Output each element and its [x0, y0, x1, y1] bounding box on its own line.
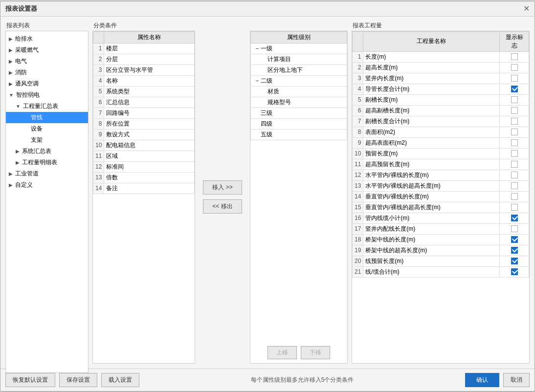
qty-checkbox-cell[interactable] [500, 127, 529, 137]
attr-row[interactable]: 1 楼层 [93, 43, 195, 54]
qty-checkbox-cell[interactable] [500, 84, 529, 94]
tree-item-gx[interactable]: 管线 [6, 112, 88, 123]
attr-row[interactable]: 2 分层 [93, 54, 195, 65]
qty-checkbox-cell[interactable] [500, 234, 529, 245]
qty-checkbox[interactable] [511, 75, 518, 82]
attr-row[interactable]: 5 系统类型 [93, 86, 195, 97]
move-out-button[interactable]: << 移出 [203, 199, 242, 214]
grade-row[interactable]: 四级 [251, 118, 347, 129]
attr-row[interactable]: 13 倍数 [93, 172, 195, 183]
qty-checkbox-cell[interactable] [500, 73, 529, 84]
qty-checkbox[interactable] [511, 53, 518, 60]
qty-row[interactable]: 6 超高剔槽长度(m) [353, 105, 529, 116]
attr-scroll[interactable]: 属性名称 1 楼层2 分层3 区分立管与水平管4 名称5 系统类型6 [93, 31, 195, 363]
qty-checkbox[interactable] [511, 96, 518, 103]
grade-row[interactable]: 计算项目 [251, 54, 347, 65]
grade-row[interactable]: 区分地上地下 [251, 65, 347, 75]
qty-checkbox-cell[interactable] [500, 148, 529, 159]
save-settings-button[interactable]: 保存设置 [59, 373, 97, 387]
qty-checkbox-cell[interactable] [500, 266, 529, 277]
qty-checkbox[interactable] [511, 215, 518, 221]
grade-row[interactable]: －二级 [251, 75, 347, 86]
qty-checkbox[interactable] [511, 268, 518, 275]
qty-checkbox-cell[interactable] [500, 94, 529, 105]
qty-checkbox-cell[interactable] [500, 62, 529, 73]
qty-checkbox-cell[interactable] [500, 159, 529, 170]
up-button[interactable]: 上移 [268, 346, 297, 359]
qty-row[interactable]: 14 垂直管内/裸线的长度(m) [353, 191, 529, 202]
attr-row[interactable]: 6 汇总信息 [93, 97, 195, 108]
move-in-button[interactable]: 移入 >> [203, 180, 242, 195]
tree-item-zj[interactable]: 支架 [6, 134, 88, 146]
qty-row[interactable]: 18 桥架中线的长度(m) [353, 234, 529, 245]
qty-row[interactable]: 21 线/缆合计(m) [353, 266, 529, 277]
tree-item-gps[interactable]: ▶给排水 [6, 33, 88, 44]
confirm-button[interactable]: 确认 [465, 373, 499, 387]
tree-item-sb[interactable]: 设备 [6, 123, 88, 134]
qty-row[interactable]: 17 竖井内配线长度(m) [353, 223, 529, 234]
qty-checkbox-cell[interactable] [500, 170, 529, 180]
qty-checkbox[interactable] [511, 204, 518, 211]
qty-checkbox-cell[interactable] [500, 180, 529, 191]
grade-row[interactable]: 材质 [251, 86, 347, 97]
grade-row[interactable]: －一级 [251, 43, 347, 54]
attr-row[interactable]: 3 区分立管与水平管 [93, 65, 195, 75]
qty-row[interactable]: 10 预留长度(m) [353, 148, 529, 159]
qty-checkbox-cell[interactable] [500, 191, 529, 202]
qty-row[interactable]: 9 超高表面积(m2) [353, 137, 529, 148]
collapse-icon-l2[interactable]: － [254, 77, 261, 85]
attr-row[interactable]: 4 名称 [93, 75, 195, 86]
attr-row[interactable]: 11 区域 [93, 151, 195, 161]
attr-row[interactable]: 9 敷设方式 [93, 129, 195, 140]
qty-row[interactable]: 12 水平管内/裸线的长度(m) [353, 170, 529, 180]
qty-checkbox-cell[interactable] [500, 213, 529, 223]
attr-row[interactable]: 10 配电箱信息 [93, 140, 195, 151]
qty-checkbox[interactable] [511, 139, 518, 146]
grade-row[interactable]: 规格型号 [251, 97, 347, 108]
tree-item-zdy[interactable]: ▶自定义 [6, 179, 88, 191]
qty-row[interactable]: 19 桥架中线的超高长度(m) [353, 245, 529, 256]
qty-checkbox-cell[interactable] [500, 116, 529, 127]
qty-checkbox-cell[interactable] [500, 223, 529, 234]
qty-row[interactable]: 11 超高预留长度(m) [353, 159, 529, 170]
qty-row[interactable]: 2 超高长度(m) [353, 62, 529, 73]
tree-item-tfjt[interactable]: ▶通风空调 [6, 78, 88, 89]
tree-item-gcl[interactable]: ▼工程量汇总表 [6, 101, 88, 112]
down-button[interactable]: 下移 [301, 346, 330, 359]
grade-scroll[interactable]: 属性级别 －一级计算项目区分地上地下－二级材质规格型号三级四级五级 [250, 31, 347, 342]
qty-checkbox[interactable] [511, 161, 518, 168]
qty-row[interactable]: 13 水平管内/裸线的超高长度(m) [353, 180, 529, 191]
qty-row[interactable]: 5 剔槽长度(m) [353, 94, 529, 105]
qty-checkbox[interactable] [511, 118, 518, 125]
qty-checkbox-cell[interactable] [500, 256, 529, 266]
qty-checkbox-cell[interactable] [500, 202, 529, 213]
qty-row[interactable]: 1 长度(m) [353, 51, 529, 62]
grade-row[interactable]: 三级 [251, 108, 347, 118]
tree-item-crqr[interactable]: ▶采暖燃气 [6, 44, 88, 56]
qty-row[interactable]: 16 管内线缆小计(m) [353, 213, 529, 223]
attr-row[interactable]: 7 回路编号 [93, 108, 195, 118]
attr-row[interactable]: 14 备注 [93, 183, 195, 194]
qty-checkbox[interactable] [511, 193, 518, 200]
qty-scroll[interactable]: 工程量名称 显示标志 1 长度(m) 2 超高长度(m) 3 竖井内长度(m) [352, 31, 529, 363]
qty-checkbox[interactable] [511, 172, 518, 178]
qty-checkbox[interactable] [511, 225, 518, 232]
qty-checkbox-cell[interactable] [500, 105, 529, 116]
qty-checkbox[interactable] [511, 236, 518, 243]
tree-item-zkkd[interactable]: ▼智控弱电 [6, 89, 88, 101]
qty-row[interactable]: 7 剔槽长度合计(m) [353, 116, 529, 127]
qty-checkbox-cell[interactable] [500, 245, 529, 256]
tree-item-xf[interactable]: ▶消防 [6, 67, 88, 78]
qty-checkbox[interactable] [511, 150, 518, 157]
restore-defaults-button[interactable]: 恢复默认设置 [5, 373, 55, 387]
qty-row[interactable]: 8 表面积(m2) [353, 127, 529, 137]
tree-item-gcmxb[interactable]: ▶工程量明细表 [6, 157, 88, 168]
qty-checkbox[interactable] [511, 129, 518, 135]
qty-row[interactable]: 4 导管长度合计(m) [353, 84, 529, 94]
cancel-button[interactable]: 取消 [503, 373, 530, 387]
collapse-icon-l1[interactable]: － [254, 44, 261, 53]
qty-checkbox-cell[interactable] [500, 51, 529, 62]
qty-checkbox[interactable] [511, 247, 518, 254]
qty-checkbox[interactable] [511, 258, 518, 264]
qty-row[interactable]: 3 竖井内长度(m) [353, 73, 529, 84]
